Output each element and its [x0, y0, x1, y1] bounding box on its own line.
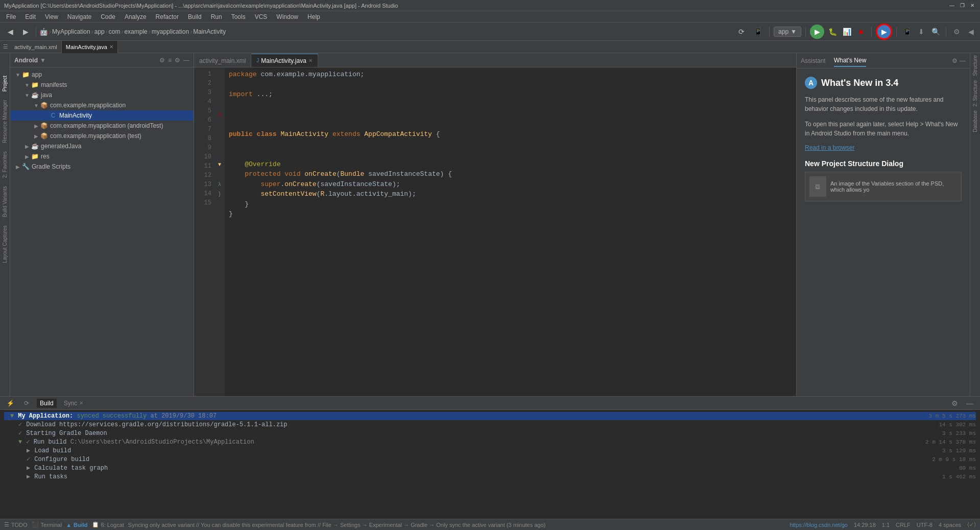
menu-analyze[interactable]: Analyze	[121, 12, 151, 21]
code-text[interactable]: package com.example.myapplication; impor…	[225, 67, 796, 396]
editor-tab-mainactivity[interactable]: J MainActivity.java ✕	[251, 54, 318, 67]
menu-run[interactable]: Run	[207, 12, 226, 21]
todo-tab[interactable]: ☰ TODO	[4, 521, 28, 528]
resource-manager-label[interactable]: Resource Manager	[1, 98, 9, 145]
panel-settings-icon[interactable]: ⚙	[175, 57, 180, 64]
build-row-1[interactable]: ▼ My Application: synced successfully at…	[4, 412, 976, 420]
minimize-button[interactable]: —	[948, 2, 955, 9]
rpanel-tab-whatsnew[interactable]: What's New	[834, 55, 867, 67]
tree-item-com-example[interactable]: ▼ 📦 com.example.myapplication	[10, 100, 194, 110]
sdk-manager-button[interactable]: ⬇	[915, 26, 927, 38]
window-controls[interactable]: — ❐ ✕	[948, 2, 976, 9]
build-row-7[interactable]: ▶ Calculate task graph 80 ms	[4, 464, 976, 472]
app-selector-button[interactable]: app ▼	[774, 27, 801, 37]
collapse-right-button[interactable]: ◀	[965, 26, 977, 38]
status-crlf[interactable]: CRLF	[896, 522, 911, 528]
structure-label[interactable]: Structure	[972, 55, 978, 76]
breadcrumb-mainactivity[interactable]: MainActivity	[193, 28, 226, 35]
terminal-tab[interactable]: ⬛ Terminal	[32, 521, 62, 528]
status-charset[interactable]: UTF-8	[917, 522, 933, 528]
android-dropdown-icon[interactable]: ▼	[40, 57, 46, 64]
btab-sync-close[interactable]: ✕	[79, 400, 83, 406]
panel-cog-icon[interactable]: ⚙	[159, 57, 165, 64]
run-button[interactable]: ▶	[810, 25, 824, 39]
run-circle-button[interactable]: ▶	[876, 24, 892, 40]
breadcrumb-main[interactable]: com	[109, 28, 121, 35]
stop-button[interactable]: ■	[855, 26, 867, 38]
tree-item-mainactivity[interactable]: C MainActivity	[10, 110, 194, 121]
menu-window[interactable]: Window	[272, 12, 302, 21]
editor-tab-activity[interactable]: activity_main.xml	[194, 54, 251, 67]
settings-button[interactable]: ⚙	[950, 26, 963, 38]
menu-help[interactable]: Help	[303, 12, 324, 21]
build-row-2[interactable]: ✓ Download https://services.gradle.org/d…	[4, 420, 976, 429]
build-row-6[interactable]: ✓ Configure build 2 m 9 s 18 ms	[4, 455, 976, 464]
toolbar-forward-button[interactable]: ▶	[18, 25, 33, 39]
build-variants-label[interactable]: Build Variants	[1, 184, 9, 219]
avd-button[interactable]: 📱	[901, 26, 913, 38]
btab-build[interactable]: Build	[37, 399, 57, 408]
menu-code[interactable]: Code	[97, 12, 119, 21]
fold-icon-10[interactable]: ▼	[217, 162, 222, 167]
tree-item-test[interactable]: ▶ 📦 com.example.myapplication (test)	[10, 131, 194, 141]
status-link[interactable]: https://blog.csdn.net/go	[790, 522, 848, 528]
build-row-5[interactable]: ▶ Load build 3 s 129 ms	[4, 446, 976, 455]
rpanel-tab-assistant[interactable]: Assistant	[801, 55, 826, 66]
favorites-label[interactable]: 2: Favorites	[1, 149, 9, 180]
menu-tools[interactable]: Tools	[227, 12, 250, 21]
toolbar-back-button[interactable]: ◀	[3, 25, 17, 39]
right-panel-settings-icon[interactable]: ⚙	[952, 57, 958, 64]
tree-item-manifests[interactable]: ▼ 📁 manifests	[10, 80, 194, 90]
right-panel-close-icon[interactable]: —	[960, 57, 966, 64]
database-label[interactable]: Database	[972, 110, 978, 132]
build-tab[interactable]: ▲ Build	[66, 522, 87, 528]
menu-build[interactable]: Build	[184, 12, 206, 21]
btab-sync[interactable]: Sync ✕	[61, 399, 87, 408]
tree-item-generatedjava[interactable]: ▶ ☕ generatedJava	[10, 141, 194, 151]
toolbar-sdk-button[interactable]: 📱	[751, 25, 765, 39]
tree-item-java[interactable]: ▼ ☕ java	[10, 90, 194, 100]
breadcrumb-src[interactable]: app	[94, 28, 105, 35]
breadcrumb-com[interactable]: myapplication	[152, 28, 189, 35]
tree-item-res[interactable]: ▶ 📁 res	[10, 151, 194, 162]
debug-button[interactable]: 🐛	[826, 26, 839, 38]
title-bar: MyApplication [C:\Users\bestr\AndroidStu…	[0, 0, 980, 11]
nav-tab-mainactivity[interactable]: MainActivity.java ✕	[62, 41, 118, 53]
fold-close-13[interactable]: }	[219, 191, 220, 197]
whats-new-title: A What's New in 3.4	[805, 77, 962, 89]
bottom-panel-sync-icon[interactable]: ⟳	[20, 397, 33, 409]
breadcrumb-app[interactable]: MyApplication	[52, 28, 90, 35]
panel-collapse-icon[interactable]: ≡	[168, 57, 172, 64]
tree-item-androidtest[interactable]: ▶ 📦 com.example.myapplication (androidTe…	[10, 121, 194, 131]
editor-tab-close-icon[interactable]: ✕	[308, 58, 313, 63]
captures-label[interactable]: Layout Captures	[1, 223, 9, 265]
bottom-panel-icon[interactable]: ⚡	[4, 397, 16, 409]
search-button[interactable]: 🔍	[929, 26, 942, 38]
menu-view[interactable]: View	[41, 12, 62, 21]
build-row-8[interactable]: ▶ Run tasks 1 s 462 ms	[4, 472, 976, 481]
maximize-button[interactable]: ❐	[959, 2, 966, 9]
logcat-tab[interactable]: 📋 6: Logcat	[92, 521, 124, 528]
file-structure-label[interactable]: 2: Structure	[972, 80, 978, 107]
nav-tab-activity[interactable]: activity_main.xml	[10, 41, 62, 53]
breadcrumb-java[interactable]: example	[124, 28, 147, 35]
menu-vcs[interactable]: VCS	[251, 12, 272, 21]
profile-button[interactable]: 📊	[841, 26, 853, 38]
bottom-settings-button[interactable]: ⚙	[948, 397, 961, 409]
tree-item-gradle[interactable]: ▶ 🔧 Gradle Scripts	[10, 162, 194, 172]
panel-close-icon[interactable]: —	[183, 57, 189, 64]
menu-edit[interactable]: Edit	[21, 12, 40, 21]
build-row-3[interactable]: ✓ Starting Gradle Daemon 3 s 233 ms	[4, 429, 976, 437]
close-button[interactable]: ✕	[969, 2, 976, 9]
menu-navigate[interactable]: Navigate	[63, 12, 95, 21]
tree-item-app[interactable]: ▼ 📁 app	[10, 70, 194, 80]
project-tab-label[interactable]: Project	[1, 74, 9, 94]
status-indent[interactable]: 4 spaces	[939, 522, 961, 528]
nav-tab-close-icon[interactable]: ✕	[109, 44, 113, 50]
bottom-close-button[interactable]: —	[964, 397, 976, 409]
menu-refactor[interactable]: Refactor	[152, 12, 183, 21]
menu-file[interactable]: File	[2, 12, 20, 21]
build-row-4[interactable]: ▼ ✓ Run build C:\Users\bestr\AndroidStud…	[4, 437, 976, 446]
read-in-browser-link[interactable]: Read in a browser	[805, 144, 854, 151]
toolbar-sync-button[interactable]: ⟳	[734, 25, 749, 39]
